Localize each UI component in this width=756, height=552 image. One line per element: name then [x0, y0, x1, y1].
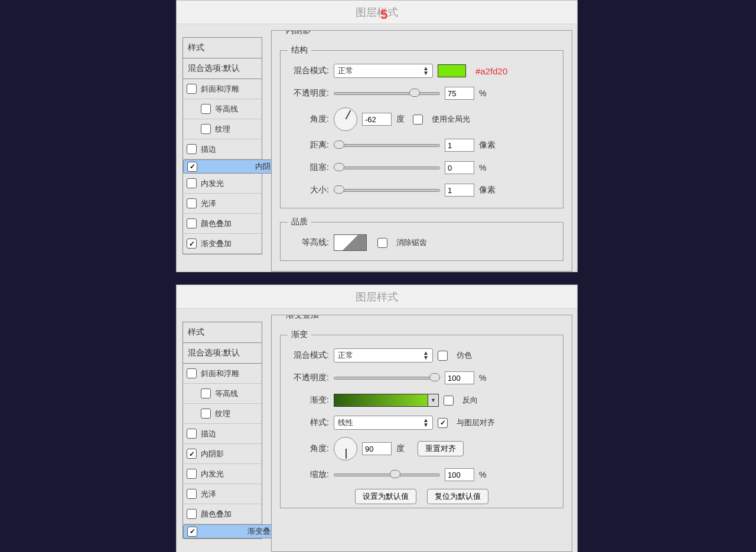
angle-input[interactable] — [362, 442, 392, 455]
sidebar-item-inner-shadow[interactable]: 内阴影 — [183, 159, 282, 174]
color-swatch[interactable] — [438, 64, 466, 77]
panel-section-title: 内阴影 — [282, 30, 314, 36]
reverse-checkbox[interactable] — [444, 396, 454, 406]
blend-mode-label: 混合模式: — [288, 350, 329, 361]
checkbox-icon[interactable] — [187, 449, 197, 459]
sidebar-item-color-overlay[interactable]: 颜色叠加 — [183, 214, 262, 234]
checkbox-icon[interactable] — [187, 368, 197, 378]
styles-sidebar: 样式 混合选项:默认 斜面和浮雕 等高线 纹理 描边 内阴影 内发光 光泽 颜色… — [183, 322, 262, 539]
sidebar-item-satin[interactable]: 光泽 — [183, 484, 262, 504]
sidebar-item-gradient-overlay[interactable]: 渐变叠加 — [183, 234, 262, 254]
opacity-slider[interactable] — [334, 89, 440, 97]
checkbox-icon[interactable] — [187, 218, 197, 228]
sidebar-head-styles[interactable]: 样式 — [183, 322, 262, 343]
checkbox-icon[interactable] — [187, 239, 197, 249]
settings-panel: 内阴影 结构 混合模式: 正常 ▲▼ #a2fd20 不透明度: % — [271, 30, 572, 272]
opacity-input[interactable] — [445, 371, 474, 384]
choke-label: 阻塞: — [288, 162, 329, 173]
angle-label: 角度: — [288, 114, 329, 125]
checkbox-icon[interactable] — [201, 409, 211, 419]
chevron-updown-icon: ▲▼ — [423, 66, 429, 76]
blend-mode-select[interactable]: 正常 ▲▼ — [334, 64, 433, 78]
checkbox-icon[interactable] — [187, 198, 197, 208]
checkbox-icon[interactable] — [187, 509, 197, 519]
gradient-label: 渐变: — [288, 395, 329, 406]
sidebar-item-inner-shadow[interactable]: 内阴影 — [183, 444, 262, 464]
sidebar-item-inner-glow[interactable]: 内发光 — [183, 174, 262, 194]
opacity-input[interactable] — [445, 87, 474, 100]
checkbox-icon[interactable] — [201, 124, 211, 134]
align-label: 与图层对齐 — [457, 417, 495, 428]
gradient-group: 渐变 混合模式: 正常 ▲▼ 仿色 不透明度: % — [280, 329, 563, 508]
checkbox-icon[interactable] — [187, 84, 197, 94]
distance-input[interactable] — [445, 139, 474, 152]
checkbox-icon[interactable] — [201, 388, 211, 399]
opacity-label: 不透明度: — [288, 88, 329, 99]
sidebar-item-stroke[interactable]: 描边 — [183, 139, 262, 159]
size-label: 大小: — [288, 185, 329, 195]
sidebar-item-bevel[interactable]: 斜面和浮雕 — [183, 79, 262, 99]
antialias-checkbox[interactable] — [377, 238, 387, 248]
sidebar-head-blend[interactable]: 混合选项:默认 — [183, 58, 262, 79]
choke-input[interactable] — [445, 161, 474, 174]
angle-dial[interactable] — [334, 437, 357, 460]
structure-group: 结构 混合模式: 正常 ▲▼ #a2fd20 不透明度: % — [280, 45, 563, 208]
sidebar-head-blend[interactable]: 混合选项:默认 — [183, 343, 262, 364]
style-label: 样式: — [288, 417, 329, 428]
gradient-picker[interactable]: ▼ — [334, 394, 439, 407]
chevron-updown-icon: ▲▼ — [423, 418, 429, 427]
sidebar-item-contour[interactable]: 等高线 — [183, 384, 262, 404]
sidebar-item-satin[interactable]: 光泽 — [183, 194, 262, 214]
scale-input[interactable] — [445, 468, 474, 481]
checkbox-icon[interactable] — [187, 489, 197, 499]
angle-label: 角度: — [288, 443, 329, 454]
chevron-down-icon[interactable]: ▼ — [428, 394, 438, 406]
choke-slider[interactable] — [334, 164, 440, 172]
sidebar-item-inner-glow[interactable]: 内发光 — [183, 464, 262, 484]
reset-default-button[interactable]: 复位为默认值 — [427, 489, 488, 504]
quality-group: 品质 等高线: 消除锯齿 — [280, 217, 563, 261]
checkbox-icon[interactable] — [201, 104, 211, 114]
sidebar-item-color-overlay[interactable]: 颜色叠加 — [183, 504, 262, 524]
opacity-slider[interactable] — [334, 374, 440, 382]
align-checkbox[interactable] — [438, 418, 448, 428]
panel-section-title: 渐变叠加 — [282, 315, 322, 321]
settings-panel: 渐变叠加 渐变 混合模式: 正常 ▲▼ 仿色 不透明度: % — [271, 315, 572, 552]
dither-checkbox[interactable] — [438, 351, 448, 361]
size-slider[interactable] — [334, 186, 440, 194]
global-light-label: 使用全局光 — [432, 114, 470, 125]
sidebar-item-texture[interactable]: 纹理 — [183, 119, 262, 139]
contour-picker[interactable] — [334, 234, 367, 251]
angle-input[interactable] — [362, 113, 392, 126]
layer-style-dialog-1: 5 图层样式 样式 混合选项:默认 斜面和浮雕 等高线 纹理 描边 内阴影 内发… — [176, 0, 578, 272]
sidebar-head-styles[interactable]: 样式 — [183, 38, 262, 58]
dialog-title: 图层样式 — [177, 285, 577, 309]
opacity-label: 不透明度: — [288, 373, 329, 383]
angle-dial[interactable] — [334, 107, 357, 131]
checkbox-icon[interactable] — [187, 178, 197, 188]
checkbox-icon[interactable] — [187, 144, 197, 154]
checkbox-icon[interactable] — [187, 162, 197, 172]
sidebar-item-texture[interactable]: 纹理 — [183, 404, 262, 424]
sidebar-item-gradient-overlay[interactable]: 渐变叠加 — [183, 524, 282, 538]
distance-slider[interactable] — [334, 141, 440, 149]
sidebar-item-stroke[interactable]: 描边 — [183, 424, 262, 444]
checkbox-icon[interactable] — [187, 429, 197, 439]
scale-slider[interactable] — [334, 471, 440, 479]
global-light-checkbox[interactable] — [413, 115, 423, 125]
antialias-label: 消除锯齿 — [396, 237, 427, 248]
checkbox-icon[interactable] — [187, 469, 197, 479]
scale-label: 缩放: — [288, 469, 329, 480]
size-input[interactable] — [445, 184, 474, 197]
set-default-button[interactable]: 设置为默认值 — [355, 489, 416, 504]
checkbox-icon[interactable] — [187, 527, 197, 537]
step-number: 5 — [380, 3, 387, 27]
reverse-label: 反向 — [462, 395, 478, 406]
chevron-updown-icon: ▲▼ — [423, 351, 429, 360]
sidebar-item-contour[interactable]: 等高线 — [183, 99, 262, 119]
color-hex-label: #a2fd20 — [475, 66, 507, 76]
style-select[interactable]: 线性 ▲▼ — [334, 416, 433, 430]
sidebar-item-bevel[interactable]: 斜面和浮雕 — [183, 364, 262, 384]
reset-align-button[interactable]: 重置对齐 — [418, 441, 464, 456]
blend-mode-select[interactable]: 正常 ▲▼ — [334, 348, 433, 362]
